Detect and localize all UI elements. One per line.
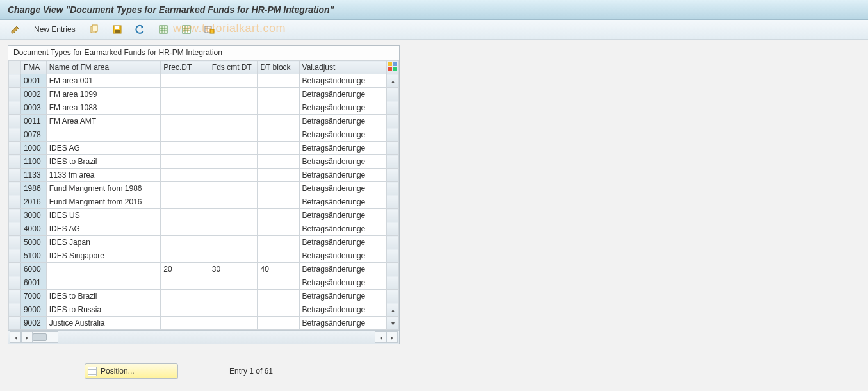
cell-prec[interactable] bbox=[161, 101, 209, 115]
cell-dtb[interactable] bbox=[258, 142, 299, 155]
cell-fds[interactable] bbox=[209, 303, 258, 317]
table-row[interactable]: 0078Betragsänderunge bbox=[9, 128, 399, 142]
cell-prec[interactable]: 20 bbox=[161, 263, 209, 276]
cell-fma[interactable]: 1100 bbox=[20, 155, 46, 169]
cell-dtb[interactable] bbox=[258, 196, 299, 209]
cell-prec[interactable] bbox=[161, 196, 209, 209]
cell-name[interactable]: 1133 fm area bbox=[46, 169, 160, 182]
cell-fds[interactable] bbox=[209, 101, 258, 115]
vscroll-cell[interactable] bbox=[387, 276, 399, 290]
save-button[interactable] bbox=[107, 22, 127, 37]
cell-dtb[interactable] bbox=[258, 222, 299, 236]
row-selector[interactable] bbox=[9, 236, 21, 249]
cell-fds[interactable] bbox=[209, 182, 258, 196]
cell-fds[interactable] bbox=[209, 88, 258, 101]
cell-valadjust[interactable]: Betragsänderunge bbox=[299, 249, 387, 263]
cell-prec[interactable] bbox=[161, 115, 209, 128]
table-row[interactable]: 0011FM Area AMTBetragsänderunge bbox=[9, 115, 399, 128]
cell-prec[interactable] bbox=[161, 276, 209, 290]
cell-fma[interactable]: 5100 bbox=[20, 249, 46, 263]
row-selector[interactable] bbox=[9, 142, 21, 155]
table-row[interactable]: 9002Justice AustraliaBetragsänderunge▾ bbox=[9, 317, 399, 330]
row-selector[interactable] bbox=[9, 303, 21, 317]
scroll-right-button-2[interactable]: ▸ bbox=[386, 331, 398, 343]
vscroll-cell[interactable] bbox=[387, 88, 399, 101]
table-row[interactable]: 6000203040Betragsänderunge bbox=[9, 263, 399, 276]
vscroll-cell[interactable] bbox=[387, 209, 399, 222]
cell-prec[interactable] bbox=[161, 182, 209, 196]
vscroll-cell[interactable] bbox=[387, 236, 399, 249]
cell-fma[interactable]: 5000 bbox=[20, 236, 46, 249]
cell-fma[interactable]: 0002 bbox=[20, 88, 46, 101]
cell-name[interactable]: IDES to Brazil bbox=[46, 155, 160, 169]
row-selector[interactable] bbox=[9, 249, 21, 263]
select-all-button[interactable] bbox=[153, 22, 174, 37]
cell-fma[interactable]: 6001 bbox=[20, 276, 46, 290]
cell-valadjust[interactable]: Betragsänderunge bbox=[299, 101, 387, 115]
vscroll-cell[interactable] bbox=[387, 169, 399, 182]
row-selector[interactable] bbox=[9, 88, 21, 101]
hscroll-track-left[interactable] bbox=[33, 331, 58, 343]
cell-prec[interactable] bbox=[161, 74, 209, 88]
header-valadjust[interactable]: Val.adjust bbox=[299, 61, 387, 74]
cell-dtb[interactable] bbox=[258, 303, 299, 317]
cell-fma[interactable]: 0001 bbox=[20, 74, 46, 88]
cell-dtb[interactable] bbox=[258, 317, 299, 330]
row-selector[interactable] bbox=[9, 222, 21, 236]
new-entries-button[interactable]: New Entries bbox=[28, 22, 81, 37]
cell-prec[interactable] bbox=[161, 236, 209, 249]
cell-prec[interactable] bbox=[161, 155, 209, 169]
cell-name[interactable]: FM area 1088 bbox=[46, 101, 160, 115]
cell-prec[interactable] bbox=[161, 317, 209, 330]
cell-fds[interactable] bbox=[209, 74, 258, 88]
scroll-right-button[interactable]: ▸ bbox=[21, 331, 33, 343]
row-selector[interactable] bbox=[9, 101, 21, 115]
cell-dtb[interactable] bbox=[258, 236, 299, 249]
configure-columns-button[interactable] bbox=[387, 61, 399, 74]
cell-valadjust[interactable]: Betragsänderunge bbox=[299, 290, 387, 303]
table-row[interactable]: 9000IDES to RussiaBetragsänderunge▴ bbox=[9, 303, 399, 317]
vscroll-cell[interactable] bbox=[387, 128, 399, 142]
cell-name[interactable]: Fund Mangment from 1986 bbox=[46, 182, 160, 196]
row-selector[interactable] bbox=[9, 128, 21, 142]
row-selector[interactable] bbox=[9, 155, 21, 169]
cell-prec[interactable] bbox=[161, 222, 209, 236]
header-prec[interactable]: Prec.DT bbox=[161, 61, 209, 74]
vscroll-cell[interactable]: ▴ bbox=[387, 303, 399, 317]
cell-fma[interactable]: 6000 bbox=[20, 263, 46, 276]
cell-name[interactable]: IDES AG bbox=[46, 222, 160, 236]
cell-dtb[interactable] bbox=[258, 182, 299, 196]
row-selector[interactable] bbox=[9, 209, 21, 222]
vscroll-cell[interactable] bbox=[387, 263, 399, 276]
cell-dtb[interactable] bbox=[258, 88, 299, 101]
cell-name[interactable]: FM Area AMT bbox=[46, 115, 160, 128]
row-selector[interactable] bbox=[9, 196, 21, 209]
cell-fds[interactable] bbox=[209, 222, 258, 236]
cell-fma[interactable]: 1000 bbox=[20, 142, 46, 155]
table-row[interactable]: 5100IDES SingaporeBetragsänderunge bbox=[9, 249, 399, 263]
cell-valadjust[interactable]: Betragsänderunge bbox=[299, 115, 387, 128]
vscroll-cell[interactable] bbox=[387, 196, 399, 209]
cell-fma[interactable]: 0011 bbox=[20, 115, 46, 128]
table-row[interactable]: 2016Fund Mangment from 2016Betragsänderu… bbox=[9, 196, 399, 209]
table-row[interactable]: 5000IDES JapanBetragsänderunge bbox=[9, 236, 399, 249]
table-row[interactable]: 3000IDES USBetragsänderunge bbox=[9, 209, 399, 222]
cell-name[interactable]: Justice Australia bbox=[46, 317, 160, 330]
cell-dtb[interactable] bbox=[258, 276, 299, 290]
table-row[interactable]: 7000IDES to BrazilBetragsänderunge bbox=[9, 290, 399, 303]
cell-fds[interactable] bbox=[209, 249, 258, 263]
cell-valadjust[interactable]: Betragsänderunge bbox=[299, 142, 387, 155]
cell-fds[interactable] bbox=[209, 155, 258, 169]
data-grid[interactable]: FMA Name of FM area Prec.DT Fds cmt DT D… bbox=[8, 60, 399, 330]
row-selector[interactable] bbox=[9, 276, 21, 290]
table-row[interactable]: 11331133 fm areaBetragsänderunge bbox=[9, 169, 399, 182]
cell-name[interactable]: IDES US bbox=[46, 209, 160, 222]
table-row[interactable]: 1000IDES AGBetragsänderunge bbox=[9, 142, 399, 155]
cell-fma[interactable]: 7000 bbox=[20, 290, 46, 303]
cell-name[interactable]: FM area 1099 bbox=[46, 88, 160, 101]
row-selector[interactable] bbox=[9, 263, 21, 276]
cell-valadjust[interactable]: Betragsänderunge bbox=[299, 263, 387, 276]
table-row[interactable]: 1100IDES to BrazilBetragsänderunge bbox=[9, 155, 399, 169]
cell-valadjust[interactable]: Betragsänderunge bbox=[299, 317, 387, 330]
cell-valadjust[interactable]: Betragsänderunge bbox=[299, 182, 387, 196]
